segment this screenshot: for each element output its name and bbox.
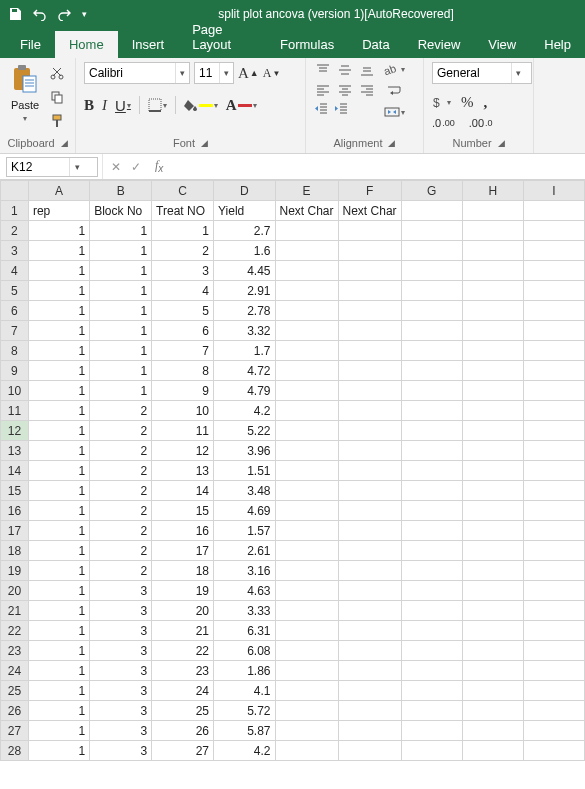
cell[interactable] <box>523 361 584 381</box>
row-header[interactable]: 8 <box>1 341 29 361</box>
cell[interactable]: 14 <box>152 481 214 501</box>
redo-icon[interactable] <box>58 7 72 21</box>
cell[interactable] <box>462 301 523 321</box>
copy-icon[interactable] <box>48 88 66 106</box>
cell[interactable] <box>401 501 462 521</box>
cell[interactable]: 4.72 <box>214 361 275 381</box>
cell[interactable] <box>523 321 584 341</box>
wrap-text-button[interactable] <box>387 84 403 98</box>
cell[interactable] <box>338 281 401 301</box>
cell[interactable]: 19 <box>152 581 214 601</box>
row-header[interactable]: 12 <box>1 421 29 441</box>
cell[interactable]: 5.87 <box>214 721 275 741</box>
font-launcher-icon[interactable]: ◢ <box>201 138 208 148</box>
row-header[interactable]: 26 <box>1 701 29 721</box>
orientation-button[interactable]: ab▾ <box>384 62 405 76</box>
row-header[interactable]: 21 <box>1 601 29 621</box>
cell[interactable]: 3 <box>90 581 152 601</box>
cell[interactable] <box>462 661 523 681</box>
cell[interactable] <box>275 641 338 661</box>
cell[interactable] <box>462 261 523 281</box>
cell[interactable]: 1 <box>28 681 89 701</box>
cell[interactable]: 1 <box>90 221 152 241</box>
cell[interactable] <box>462 481 523 501</box>
cell[interactable]: 2 <box>90 521 152 541</box>
cell[interactable] <box>401 721 462 741</box>
cell[interactable]: 1.51 <box>214 461 275 481</box>
cell[interactable]: 2 <box>90 481 152 501</box>
cell[interactable]: 4.79 <box>214 381 275 401</box>
worksheet[interactable]: ABCDEFGHI1repBlock NoTreat NOYieldNext C… <box>0 180 585 761</box>
row-header[interactable]: 20 <box>1 581 29 601</box>
cell[interactable] <box>338 681 401 701</box>
cell[interactable] <box>275 281 338 301</box>
cell[interactable] <box>523 281 584 301</box>
cell[interactable] <box>462 341 523 361</box>
cell[interactable]: 1 <box>90 241 152 261</box>
row-header[interactable]: 5 <box>1 281 29 301</box>
row-header[interactable]: 7 <box>1 321 29 341</box>
cell[interactable] <box>462 541 523 561</box>
cell[interactable] <box>338 421 401 441</box>
cell[interactable]: 6 <box>152 321 214 341</box>
cell[interactable]: 12 <box>152 441 214 461</box>
font-size-input[interactable] <box>195 63 219 83</box>
cell[interactable]: 22 <box>152 641 214 661</box>
cell[interactable]: Next Char <box>338 201 401 221</box>
cell[interactable] <box>523 241 584 261</box>
merge-button[interactable]: ▾ <box>384 106 405 118</box>
cell[interactable] <box>462 741 523 761</box>
italic-button[interactable]: I <box>102 97 107 114</box>
cell[interactable]: 1.86 <box>214 661 275 681</box>
cell[interactable] <box>523 521 584 541</box>
cell[interactable] <box>523 621 584 641</box>
cell[interactable]: 2.7 <box>214 221 275 241</box>
cell[interactable]: 3.96 <box>214 441 275 461</box>
tab-view[interactable]: View <box>474 31 530 58</box>
cell[interactable]: 1 <box>28 421 89 441</box>
cell[interactable] <box>338 401 401 421</box>
comma-button[interactable]: , <box>484 94 488 111</box>
cell[interactable] <box>275 381 338 401</box>
column-header[interactable]: D <box>214 181 275 201</box>
cell[interactable] <box>338 361 401 381</box>
increase-decimal-button[interactable]: .0.00 <box>432 117 455 129</box>
row-header[interactable]: 11 <box>1 401 29 421</box>
cell[interactable] <box>338 521 401 541</box>
cell[interactable]: 2.78 <box>214 301 275 321</box>
row-header[interactable]: 19 <box>1 561 29 581</box>
cell[interactable]: 1 <box>90 261 152 281</box>
cell[interactable]: rep <box>28 201 89 221</box>
cell[interactable] <box>462 601 523 621</box>
cell[interactable] <box>338 261 401 281</box>
cell[interactable] <box>275 721 338 741</box>
align-middle-icon[interactable] <box>336 62 354 78</box>
cell[interactable]: 1 <box>28 221 89 241</box>
column-header[interactable]: E <box>275 181 338 201</box>
tab-review[interactable]: Review <box>404 31 475 58</box>
cell[interactable]: 3.16 <box>214 561 275 581</box>
cell[interactable]: Next Char <box>275 201 338 221</box>
borders-button[interactable]: ▾ <box>148 98 167 112</box>
cell[interactable]: 2 <box>152 241 214 261</box>
cell[interactable] <box>462 721 523 741</box>
cell[interactable]: 5.72 <box>214 701 275 721</box>
cell[interactable]: 3.48 <box>214 481 275 501</box>
cell[interactable]: 9 <box>152 381 214 401</box>
cell[interactable] <box>401 361 462 381</box>
row-header[interactable]: 3 <box>1 241 29 261</box>
cell[interactable] <box>462 401 523 421</box>
cell[interactable] <box>462 201 523 221</box>
cell[interactable] <box>523 381 584 401</box>
number-format-combo[interactable]: ▾ <box>432 62 532 84</box>
cell[interactable] <box>275 681 338 701</box>
align-center-icon[interactable] <box>336 82 354 98</box>
cell[interactable] <box>401 321 462 341</box>
row-header[interactable]: 2 <box>1 221 29 241</box>
decrease-indent-icon[interactable] <box>314 102 328 117</box>
font-color-button[interactable]: A ▾ <box>226 97 257 114</box>
chevron-down-icon[interactable]: ▾ <box>175 63 189 83</box>
cell[interactable]: 24 <box>152 681 214 701</box>
cell[interactable] <box>275 361 338 381</box>
tab-data[interactable]: Data <box>348 31 403 58</box>
